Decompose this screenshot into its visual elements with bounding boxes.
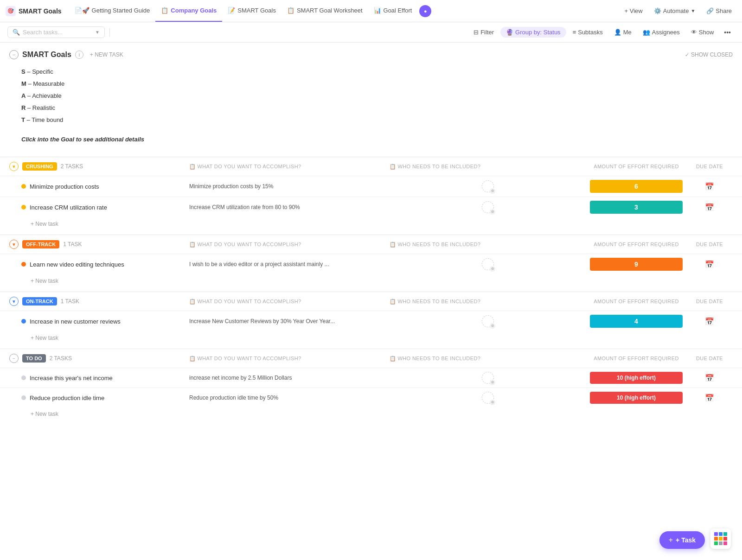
due-date-4: 📅 <box>686 317 733 326</box>
task-row-net-income[interactable]: Increase this year's net income increase… <box>0 368 742 388</box>
new-task-todo-label[interactable]: + New task <box>31 411 58 417</box>
subtasks-button[interactable]: ≡ Subtasks <box>568 27 608 38</box>
task-dot-5 <box>21 375 26 380</box>
fab-plus-icon: + <box>669 536 673 544</box>
grid-apps-button[interactable] <box>710 528 731 549</box>
group-by-button[interactable]: 🔮 Group by: Status <box>500 27 566 38</box>
tab-company-goals-icon: 📋 <box>161 7 168 14</box>
tab-company-goals[interactable]: 📋 Company Goals <box>155 0 222 22</box>
status-badge-crushing: CRUSHING <box>22 162 57 171</box>
tab-getting-started[interactable]: 📄🚀 Getting Started Guide <box>69 0 156 22</box>
share-button[interactable]: 🔗 Share <box>702 5 736 17</box>
new-task-ontrack-label[interactable]: + New task <box>31 335 58 341</box>
app-name: SMART Goals <box>19 7 62 15</box>
col-who-ontrack: 📋 WHO NEEDS TO BE INCLUDED? <box>390 299 586 305</box>
group-offtrack-toggle[interactable]: ▼ <box>9 240 19 249</box>
task-dot-6 <box>21 395 26 400</box>
group-crushing-toggle[interactable]: ▼ <box>9 162 19 171</box>
group-todo-toggle[interactable]: − <box>9 354 19 363</box>
due-date-5: 📅 <box>686 374 733 382</box>
info-icon[interactable]: i <box>75 51 83 59</box>
col-icon-4: 📋 <box>390 242 396 248</box>
tab-smart-goals[interactable]: 📝 SMART Goals <box>222 0 281 22</box>
col-accomplish-ontrack: 📋 WHAT DO YOU WANT TO ACCOMPLISH? <box>189 299 386 305</box>
task-who-4: ⚙ <box>390 315 586 327</box>
search-box[interactable]: 🔍 Search tasks... ▼ <box>7 26 105 38</box>
filter-button[interactable]: ⊟ Filter <box>469 27 499 38</box>
task-row-minimize-costs[interactable]: Minimize production costs Minimize produ… <box>0 176 742 197</box>
desc-t: T – Time bound <box>21 114 733 126</box>
show-label: Show <box>699 29 714 36</box>
task-who-5: ⚙ <box>390 372 586 384</box>
task-name-1: Minimize production costs <box>30 183 99 190</box>
task-name-cell-3: Learn new video editing techniques <box>9 261 186 268</box>
grid-dot-5 <box>719 537 723 541</box>
effort-bar-2: 3 <box>590 201 683 214</box>
grid-dot-7 <box>714 541 718 545</box>
group-ontrack-title-cell: ▼ ON-TRACK 1 TASK <box>9 297 186 306</box>
new-task-crushing[interactable]: + New task <box>0 217 742 233</box>
grid-dot-6 <box>723 537 727 541</box>
group-ontrack-header: ▼ ON-TRACK 1 TASK 📋 WHAT DO YOU WANT TO … <box>0 292 742 311</box>
desc-m-text: – Measurable <box>26 80 64 87</box>
more-options-button[interactable]: ••• <box>720 27 735 38</box>
group-ontrack-toggle[interactable]: ▼ <box>9 297 19 306</box>
due-date-2: 📅 <box>686 203 733 212</box>
task-name-cell-5: Increase this year's net income <box>9 375 186 382</box>
col-who-offtrack: 📋 WHO NEEDS TO BE INCLUDED? <box>390 242 586 248</box>
task-row-video[interactable]: Learn new video editing techniques I wis… <box>0 254 742 274</box>
task-row-crm[interactable]: Increase CRM utilization rate Increase C… <box>0 197 742 217</box>
tab-smart-worksheet[interactable]: 📋 SMART Goal Worksheet <box>281 0 368 22</box>
avatar-gear-6: ⚙ <box>490 400 495 405</box>
automate-button[interactable]: ⚙️ Automate ▼ <box>649 5 700 17</box>
task-accomplish-6: Reduce production idle time by 50% <box>189 395 386 401</box>
me-button[interactable]: 👤 Me <box>609 27 636 38</box>
tab-goal-effort[interactable]: 📊 Goal Effort <box>368 0 418 22</box>
section-toggle[interactable]: − <box>9 50 19 59</box>
col-who-todo: 📋 WHO NEEDS TO BE INCLUDED? <box>390 356 586 362</box>
automate-icon: ⚙️ <box>654 7 661 14</box>
new-task-offtrack-label[interactable]: + New task <box>31 278 58 284</box>
task-accomplish-5: increase net income by 2.5 Million Dolla… <box>189 375 386 381</box>
show-button[interactable]: 👁 Show <box>686 27 719 38</box>
new-task-ontrack[interactable]: + New task <box>0 331 742 347</box>
col-icon-2: 📋 <box>390 164 396 170</box>
grid-dot-9 <box>723 541 727 545</box>
show-closed-button[interactable]: ✓ SHOW CLOSED <box>685 51 733 58</box>
new-task-crushing-label[interactable]: + New task <box>31 221 58 227</box>
section-title-group: − SMART Goals i + NEW TASK <box>9 50 123 59</box>
grid-dot-1 <box>714 532 718 536</box>
col-accomplish-todo: 📋 WHAT DO YOU WANT TO ACCOMPLISH? <box>189 356 386 362</box>
tab-getting-started-label: Getting Started Guide <box>92 7 150 14</box>
letter-s: S <box>21 68 26 75</box>
new-task-header-button[interactable]: + NEW TASK <box>90 51 123 58</box>
letter-t: T <box>21 116 25 123</box>
task-name-4: Increase in new customer reviews <box>30 318 121 325</box>
col-icon-6: 📋 <box>390 299 396 305</box>
new-task-offtrack[interactable]: + New task <box>0 274 742 290</box>
task-name-cell-1: Minimize production costs <box>9 183 186 190</box>
section-title: SMART Goals <box>22 51 71 59</box>
avatar-gear-4: ⚙ <box>490 323 495 329</box>
share-label: Share <box>716 7 732 14</box>
task-row-customer-reviews[interactable]: Increase in new customer reviews Increas… <box>0 311 742 331</box>
view-button[interactable]: + View <box>620 5 647 17</box>
tab-more-button[interactable]: ● <box>419 5 431 17</box>
letter-m: M <box>21 80 26 87</box>
share-icon: 🔗 <box>706 7 714 14</box>
due-date-3: 📅 <box>686 260 733 269</box>
col-due-offtrack: DUE DATE <box>686 242 733 247</box>
fab-task-button[interactable]: + + Task <box>659 531 705 549</box>
group-crushing: ▼ CRUSHING 2 TASKS 📋 WHAT DO YOU WANT TO… <box>0 157 742 233</box>
task-name-cell-6: Reduce production idle time <box>9 395 186 401</box>
automate-label: Automate <box>663 7 689 14</box>
ontrack-task-count: 1 TASK <box>61 298 79 305</box>
tab-goal-effort-label: Goal Effort <box>384 7 412 14</box>
new-task-todo[interactable]: + New task <box>0 407 742 423</box>
avatar-gear-2: ⚙ <box>490 209 495 215</box>
tab-smart-goals-label: SMART Goals <box>237 7 276 14</box>
task-row-idle-time[interactable]: Reduce production idle time Reduce produ… <box>0 388 742 407</box>
assignees-button[interactable]: 👥 Assignees <box>638 27 684 38</box>
app-logo[interactable]: 🎯 SMART Goals <box>6 6 62 16</box>
avatar-gear-5: ⚙ <box>490 380 495 385</box>
